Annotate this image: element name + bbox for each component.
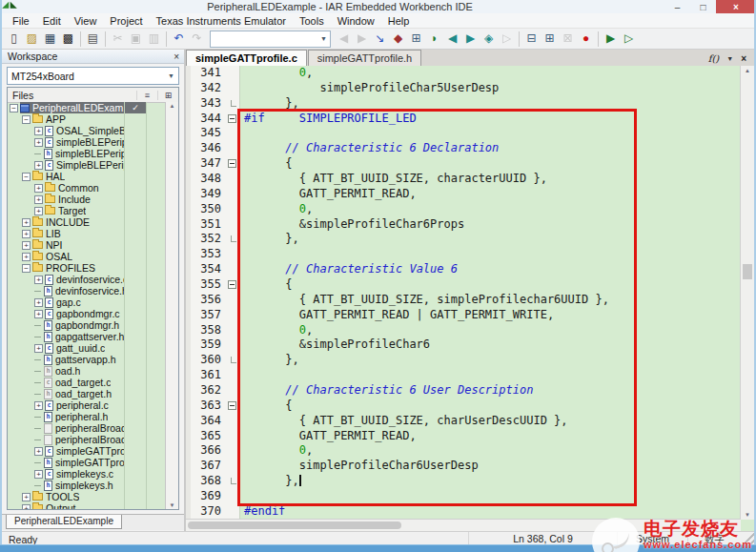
collapse-icon[interactable]: − — [10, 104, 18, 112]
tree-item-npi[interactable]: +NPI — [8, 239, 166, 251]
expand-icon[interactable]: + — [22, 493, 31, 501]
tree-item-devinfoservice-c[interactable]: +cdevinfoservice.c — [8, 274, 166, 285]
tree-item-common[interactable]: +Common — [8, 182, 166, 194]
toggle-breakpoint-icon[interactable]: ● — [577, 31, 595, 47]
expand-icon[interactable]: + — [34, 195, 43, 204]
close-button[interactable]: × — [716, 0, 756, 13]
tree-item-simplebleperiph[interactable]: +cSimpleBLEPeriph... — [8, 159, 166, 171]
workspace-bottom-tab[interactable]: PeripheralLEDExample — [6, 515, 122, 529]
menu-project[interactable]: Project — [103, 13, 149, 29]
vertical-scroll-thumb[interactable] — [743, 264, 752, 279]
tree-item-osal-simpleble[interactable]: +cOSAL_SimpleBLE... — [8, 125, 166, 136]
tree-item-devinfoservice-h[interactable]: hdevinfoservice.h — [8, 285, 166, 296]
fold-collapse-icon[interactable] — [228, 114, 236, 123]
code-line[interactable]: 363 { — [186, 399, 741, 414]
editor-close-icon[interactable]: × — [737, 53, 750, 64]
expand-icon[interactable]: + — [34, 298, 43, 307]
print-icon[interactable]: ▤ — [84, 31, 102, 47]
debug-without-downloading-icon[interactable]: ▷ — [620, 31, 638, 47]
tree-item-peripheralbroadc[interactable]: peripheralBroadc... — [8, 434, 166, 445]
function-list-button[interactable]: f() — [705, 53, 724, 64]
tree-item-target[interactable]: +Target — [8, 205, 166, 216]
editor-vertical-scrollbar[interactable]: ▲ ▼ — [740, 66, 754, 520]
tree-item-lib[interactable]: +LIB — [8, 228, 166, 239]
tree-item-oad-target-c[interactable]: coad_target.c — [8, 377, 166, 388]
save-file-icon[interactable]: ▦ — [41, 31, 59, 47]
tree-item-gatt-uuid-c[interactable]: +cgatt_uuid.c — [8, 342, 166, 354]
menu-window[interactable]: Window — [331, 13, 381, 29]
files-option-column-icon[interactable]: ≡ — [136, 91, 157, 100]
tab-list-chevron-icon[interactable]: ▼ — [723, 55, 737, 62]
tree-item-simplegattprofil[interactable]: hsimpleGATTprofil... — [8, 457, 166, 468]
tree-item-simplekeys-c[interactable]: +csimplekeys.c — [8, 468, 166, 480]
menu-help[interactable]: Help — [381, 13, 417, 29]
expand-icon[interactable]: + — [22, 218, 31, 227]
expand-icon[interactable]: + — [34, 276, 43, 284]
expand-icon[interactable]: + — [34, 470, 43, 479]
fold-collapse-icon[interactable] — [228, 401, 236, 410]
tree-item-simplebleperiph[interactable]: +csimpleBLEPeriph... — [8, 136, 166, 148]
navigate-backward-icon[interactable]: ◀ — [335, 31, 353, 47]
scroll-up-icon[interactable]: ▲ — [166, 103, 178, 109]
expand-icon[interactable]: + — [34, 310, 43, 318]
tree-item-simplekeys-h[interactable]: hsimplekeys.h — [8, 480, 166, 491]
expand-icon[interactable]: + — [34, 127, 43, 135]
code-line[interactable]: 365 GATT_PERMIT_READ, — [186, 429, 741, 444]
code-line[interactable]: 361 — [186, 368, 741, 383]
code-line[interactable]: 354 // Characteristic Value 6 — [186, 262, 741, 277]
compile-icon[interactable]: ◀ — [443, 31, 461, 47]
stop-build-icon[interactable]: ▷ — [498, 31, 516, 47]
tree-item-oad-h[interactable]: hoad.h — [8, 365, 166, 377]
tree-item-include[interactable]: +INCLUDE — [8, 216, 166, 228]
tree-item-gap-c[interactable]: +cgap.c — [8, 296, 166, 308]
tree-item-peripheral-h[interactable]: hperipheral.h — [8, 411, 166, 422]
configuration-dropdown[interactable]: MT254xBoard ▼ — [7, 67, 179, 85]
code-line[interactable]: 352 }, — [186, 232, 741, 247]
memory-view-icon[interactable]: ⊞ — [541, 31, 559, 47]
code-line[interactable]: 364 { ATT_BT_UUID_SIZE, charUserDescUUID… — [186, 414, 741, 429]
menu-tools[interactable]: Tools — [293, 13, 331, 29]
code-line[interactable]: 347 { — [186, 156, 741, 172]
copy-icon[interactable]: ▣ — [127, 31, 145, 47]
code-line[interactable]: 350 0, — [186, 202, 741, 217]
expand-icon[interactable]: + — [22, 230, 31, 238]
editor-tab-simplegattprofile-c[interactable]: simpleGATTprofile.c — [186, 50, 307, 66]
remove-all-breakpoints-icon[interactable]: ⊠ — [559, 31, 577, 47]
expand-icon[interactable]: + — [34, 207, 43, 215]
code-line[interactable]: 342 simpleProfileChar5UserDesp — [186, 81, 741, 96]
expand-icon[interactable]: + — [34, 138, 43, 147]
code-line[interactable]: 343 }, — [186, 96, 741, 112]
code-line[interactable]: 357 GATT_PERMIT_READ | GATT_PERMIT_WRITE… — [186, 308, 741, 323]
code-line[interactable]: 346 // Characteristic 6 Declaration — [186, 141, 741, 156]
code-editor[interactable]: 341 0,342 simpleProfileChar5UserDesp343 … — [186, 66, 741, 520]
redo-icon[interactable]: ↷ — [188, 31, 206, 47]
scroll-up-icon[interactable]: ▲ — [741, 68, 754, 73]
compare-files-icon[interactable]: ⊟ — [522, 31, 541, 47]
menu-texas-instruments-emulator[interactable]: Texas Instruments Emulator — [150, 13, 293, 29]
save-all-icon[interactable]: ▩ — [59, 31, 77, 47]
tree-item-gapgattserver-h[interactable]: hgapgattserver.h — [8, 331, 166, 342]
open-browser-window-icon[interactable]: ⊞ — [407, 31, 425, 47]
code-line[interactable]: 341 0, — [186, 66, 741, 81]
code-line[interactable]: 345 — [186, 126, 741, 141]
expand-icon[interactable]: + — [22, 253, 31, 261]
code-line[interactable]: 356 { ATT_BT_UUID_SIZE, simpleProfilecha… — [186, 293, 741, 308]
open-file-icon[interactable]: ▨ — [23, 31, 41, 47]
horizontal-scroll-thumb[interactable] — [188, 521, 401, 529]
tree-item-output[interactable]: +Output — [8, 502, 166, 509]
tree-item-simplegattprofil[interactable]: +csimpleGATTprofil... — [8, 445, 166, 457]
tree-item-profiles[interactable]: −PROFILES — [8, 262, 166, 274]
collapse-icon[interactable]: − — [22, 173, 31, 181]
code-line[interactable]: 353 — [186, 247, 741, 262]
scroll-down-icon[interactable]: ▼ — [741, 512, 754, 518]
tree-item-hal[interactable]: −HAL — [8, 171, 166, 182]
code-line[interactable]: 358 0, — [186, 323, 741, 338]
code-line[interactable]: 348 { ATT_BT_UUID_SIZE, characterUUID }, — [186, 172, 741, 187]
fold-collapse-icon[interactable] — [228, 280, 236, 289]
tree-item-tools[interactable]: +TOOLS — [8, 491, 166, 502]
expand-icon[interactable]: + — [34, 447, 43, 456]
menu-edit[interactable]: Edit — [36, 13, 68, 29]
expand-icon[interactable]: + — [34, 161, 43, 170]
tree-item-peripheralledexam[interactable]: −PeripheralLEDExam...✓ — [8, 102, 166, 113]
find-icon[interactable]: ↘ — [371, 31, 389, 47]
